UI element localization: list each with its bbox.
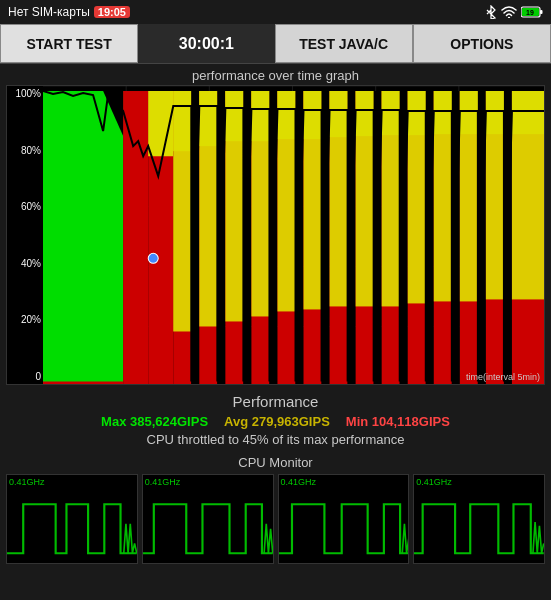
status-bar: Нет SIM-карты 19:05 19 (0, 0, 551, 24)
y-label-40: 40% (7, 258, 43, 269)
performance-stats: Max 385,624GIPS Avg 279,963GIPS Min 104,… (8, 414, 543, 429)
svg-rect-61 (408, 91, 426, 135)
svg-rect-73 (486, 91, 504, 134)
performance-title: Performance (8, 393, 543, 410)
y-axis: 100% 80% 60% 40% 20% 0 (7, 86, 43, 384)
cpu-core-3-graph (414, 475, 544, 563)
cpu-core-1-graph (143, 475, 273, 563)
svg-rect-45 (304, 91, 322, 139)
svg-rect-41 (277, 91, 295, 139)
svg-marker-18 (43, 91, 123, 382)
performance-graph-svg (43, 86, 544, 385)
cpu-cores: 0.41GHz 0.41GHz 0.41GHz (6, 474, 545, 564)
svg-rect-37 (251, 91, 269, 141)
perf-avg: Avg 279,963GIPS (224, 414, 330, 429)
svg-point-78 (148, 253, 158, 263)
svg-rect-65 (434, 91, 452, 134)
y-label-100: 100% (7, 88, 43, 99)
graph-area: 100% 80% 60% 40% 20% 0 (6, 85, 545, 385)
time-badge: 19:05 (94, 6, 130, 18)
cpu-core-0-graph (7, 475, 137, 563)
status-bar-left: Нет SIM-карты 19:05 (8, 5, 130, 19)
cpu-core-1: 0.41GHz (142, 474, 274, 564)
cpu-monitor-title: CPU Monitor (6, 455, 545, 470)
carrier-text: Нет SIM-карты (8, 5, 90, 19)
y-label-0: 0 (7, 371, 43, 382)
svg-point-0 (508, 17, 510, 18)
cpu-core-0: 0.41GHz (6, 474, 138, 564)
svg-rect-29 (199, 91, 217, 146)
svg-rect-77 (512, 91, 544, 134)
perf-min: Min 104,118GIPS (346, 414, 450, 429)
wifi-icon (501, 6, 517, 18)
status-bar-right: 19 (485, 5, 543, 19)
y-label-60: 60% (7, 201, 43, 212)
y-label-20: 20% (7, 314, 43, 325)
svg-text:19: 19 (526, 9, 534, 16)
svg-rect-20 (123, 91, 148, 385)
cpu-monitor-section: CPU Monitor 0.41GHz 0.41GHz 0.41GHz (0, 451, 551, 568)
cpu-core-2-freq: 0.41GHz (281, 477, 317, 487)
svg-rect-33 (225, 91, 243, 141)
battery-icon: 19 (521, 6, 543, 18)
svg-rect-81 (279, 475, 409, 563)
svg-rect-3 (540, 10, 543, 14)
performance-note: CPU throttled to 45% of its max performa… (8, 432, 543, 447)
cpu-core-0-freq: 0.41GHz (9, 477, 45, 487)
svg-rect-82 (414, 475, 544, 563)
svg-rect-79 (7, 475, 137, 563)
svg-rect-80 (143, 475, 273, 563)
svg-rect-49 (330, 91, 348, 137)
graph-container: performance over time graph 100% 80% 60%… (0, 64, 551, 387)
options-button[interactable]: OPTIONS (413, 24, 551, 63)
cpu-core-3-freq: 0.41GHz (416, 477, 452, 487)
timer-display: 30:00:1 (138, 24, 274, 63)
svg-rect-57 (382, 91, 400, 135)
cpu-core-1-freq: 0.41GHz (145, 477, 181, 487)
graph-title: performance over time graph (6, 68, 545, 83)
test-java-c-button[interactable]: TEST JAVA/C (275, 24, 413, 63)
time-interval-label: time(interval 5min) (466, 372, 540, 382)
performance-section: Performance Max 385,624GIPS Avg 279,963G… (0, 387, 551, 451)
cpu-core-2: 0.41GHz (278, 474, 410, 564)
toolbar: START TEST 30:00:1 TEST JAVA/C OPTIONS (0, 24, 551, 64)
svg-rect-69 (460, 91, 478, 134)
cpu-core-3: 0.41GHz (413, 474, 545, 564)
cpu-core-2-graph (279, 475, 409, 563)
svg-rect-53 (356, 91, 374, 136)
svg-rect-25 (173, 91, 191, 151)
bluetooth-icon (485, 5, 497, 19)
perf-max: Max 385,624GIPS (101, 414, 208, 429)
start-test-button[interactable]: START TEST (0, 24, 138, 63)
y-label-80: 80% (7, 145, 43, 156)
